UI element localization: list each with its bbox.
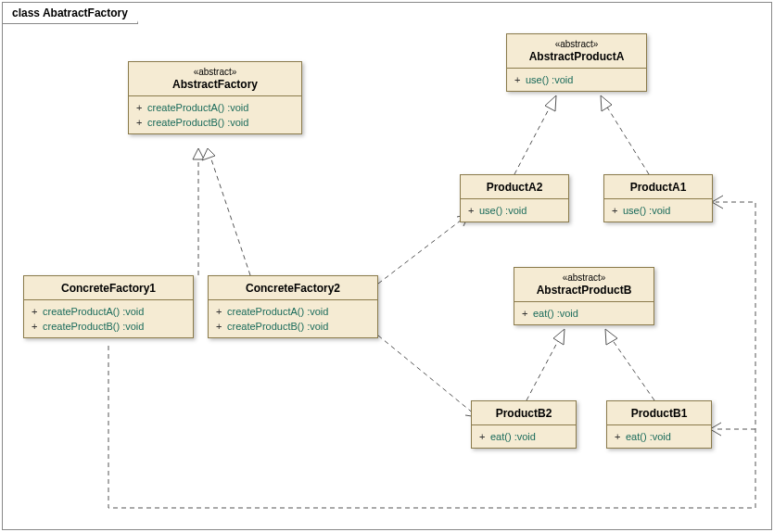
visibility: + <box>514 72 526 87</box>
class-name: AbstractProductB <box>522 283 646 297</box>
operation: createProductA() :void <box>147 102 248 113</box>
class-name: ProductB1 <box>615 406 704 420</box>
class-concrete-factory2: ConcreteFactory2 +createProductA() :void… <box>208 275 378 338</box>
visibility: + <box>216 319 227 334</box>
visibility: + <box>216 304 227 319</box>
visibility: + <box>32 319 43 334</box>
operation: createProductB() :void <box>147 117 248 128</box>
class-name: ConcreteFactory2 <box>216 281 370 295</box>
visibility: + <box>32 304 43 319</box>
class-product-b2: ProductB2 +eat() :void <box>471 400 577 449</box>
operation: createProductA() :void <box>43 306 144 317</box>
class-product-a2: ProductA2 +use() :void <box>460 174 569 222</box>
operation: eat() :void <box>626 431 671 442</box>
visibility: + <box>615 429 626 444</box>
visibility: + <box>468 203 479 218</box>
stereotype-label: «abstract» <box>522 272 646 283</box>
operation: use() :void <box>479 205 527 216</box>
class-name: ConcreteFactory1 <box>32 281 185 295</box>
operation: createProductA() :void <box>227 306 328 317</box>
class-concrete-factory1: ConcreteFactory1 +createProductA() :void… <box>23 275 194 338</box>
class-name: ProductA2 <box>468 180 561 194</box>
operation: use() :void <box>623 205 670 216</box>
operation: createProductB() :void <box>227 321 328 332</box>
class-product-b1: ProductB1 +eat() :void <box>606 400 712 449</box>
stereotype-label: «abstract» <box>514 39 639 49</box>
class-name: AbstractProductA <box>514 49 639 63</box>
class-abstract-product-a: «abstract» AbstractProductA +use() :void <box>506 33 647 92</box>
operation: createProductB() :void <box>43 321 144 332</box>
diagram-title: class AbatractFactory <box>3 3 138 24</box>
class-name: ProductB2 <box>479 406 568 420</box>
stereotype-label: «abstract» <box>136 67 294 77</box>
diagram-frame: class AbatractFactory <box>2 2 772 530</box>
operation: use() :void <box>526 74 573 85</box>
class-abstract-product-b: «abstract» AbstractProductB +eat() :void <box>514 267 654 325</box>
visibility: + <box>612 203 623 218</box>
class-abstract-factory: «abstract» AbstractFactory +createProduc… <box>128 61 302 134</box>
class-name: AbstractFactory <box>136 77 294 91</box>
visibility: + <box>479 429 490 444</box>
operation: eat() :void <box>490 431 536 442</box>
operation: eat() :void <box>533 308 578 319</box>
visibility: + <box>136 115 147 130</box>
class-product-a1: ProductA1 +use() :void <box>603 174 713 222</box>
class-name: ProductA1 <box>612 180 704 194</box>
visibility: + <box>522 306 533 321</box>
visibility: + <box>136 100 147 115</box>
